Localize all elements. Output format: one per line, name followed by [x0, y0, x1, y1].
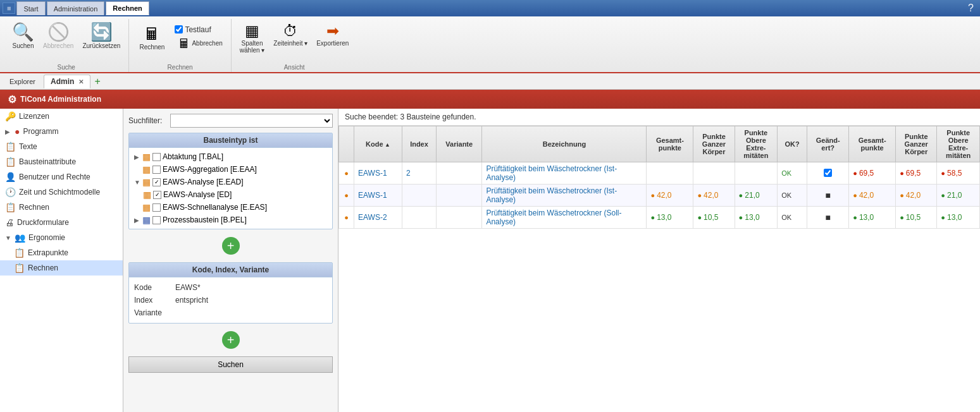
tree-item-prozessbaustein[interactable]: ▶ ▦ Prozessbaustein [B.PEL]	[132, 214, 330, 226]
table-row[interactable]: ● EAWS-1 Prüftätigkeit beim Wäschetrockn…	[339, 185, 980, 207]
index-label: Index	[134, 296, 169, 305]
ribbon-rechnen-buttons: 🖩 Rechnen Testlauf 🖩 Abbrechen	[134, 19, 225, 64]
row1-ganzer	[693, 162, 735, 185]
sidebar-item-rechnen-nav[interactable]: 📋 Rechnen	[0, 200, 123, 215]
suchfilter-select[interactable]	[170, 114, 333, 128]
help-icon[interactable]: ?	[964, 3, 977, 14]
sidebar-item-extrapunkte[interactable]: 📋 Extrapunkte	[0, 245, 123, 260]
schnellanalyse-checkbox[interactable]	[152, 203, 161, 212]
row2-ganzer2: ● 42,0	[896, 185, 937, 207]
sidebar-item-rechnen-erg[interactable]: 📋 Rechnen	[0, 260, 123, 276]
add-filter1-button[interactable]: +	[222, 237, 240, 255]
prozess-checkbox[interactable]	[152, 216, 161, 224]
tab-admin[interactable]: Admin ✕	[44, 75, 90, 88]
tab-admin-close[interactable]: ✕	[78, 78, 84, 85]
row3-kode[interactable]: EAWS-2	[354, 207, 402, 229]
table-row[interactable]: ● EAWS-1 2 Prüftätigkeit beim Wäschetroc…	[339, 162, 980, 185]
ribbon-rechnen-label: Rechnen	[168, 64, 193, 72]
tree-item-abtaktung[interactable]: ▶ ▦ Abtaktung [T.BAL]	[132, 150, 330, 163]
col-ok[interactable]: OK?	[778, 126, 807, 162]
sidebar-item-texte[interactable]: 📋 Texte	[0, 139, 123, 154]
row2-gesamt: ● 42,0	[647, 185, 693, 207]
bausteintyp-box: Bausteintyp ist ▶ ▦ Abtaktung [T.BAL] ▶ …	[128, 133, 333, 229]
sidebar-item-lizenzen[interactable]: 🔑 Lizenzen	[0, 109, 123, 124]
col-gesamt2[interactable]: Gesamt-punkte	[849, 126, 896, 162]
row2-kode[interactable]: EAWS-1	[354, 185, 402, 207]
add-filter2-button[interactable]: +	[222, 331, 240, 349]
bausteintyp-content: ▶ ▦ Abtaktung [T.BAL] ▶ ▦ EAWS-Aggregati…	[129, 148, 332, 229]
abbrechen-button[interactable]: 🚫 Abbrechen	[40, 21, 77, 51]
col-variante[interactable]: Variante	[437, 126, 482, 162]
zeiteinheit-button[interactable]: ⏱ Zeiteinheit ▾	[270, 21, 311, 49]
index-row: Index entspricht	[134, 294, 327, 306]
row1-gesamt2: ● 69,5	[849, 162, 896, 185]
zeit-icon: 🕐	[5, 187, 16, 197]
sidebar-item-benutzer[interactable]: 👤 Benutzer und Rechte	[0, 169, 123, 185]
row1-bezeichnung: Prüftätigkeit beim Wäschetrockner (Ist-A…	[482, 162, 647, 185]
row1-kode[interactable]: EAWS-1	[354, 162, 402, 185]
expand-analyse-icon: ▼	[134, 179, 140, 186]
col-obere2[interactable]: PunkteObereExtre-mitäten	[937, 126, 980, 162]
table-row[interactable]: ● EAWS-2 Prüftätigkeit beim Wäschetrockn…	[339, 207, 980, 229]
row3-obere2: ● 13,0	[937, 207, 980, 229]
analyse-checkbox[interactable]: ✓	[152, 178, 161, 186]
tree-item-eaws-analyse-ed[interactable]: ▦ ✓ EAWS-Analyse [ED]	[132, 188, 330, 201]
tab-start[interactable]: Start	[16, 1, 45, 15]
abbrechen2-button[interactable]: 🖩 Abbrechen	[175, 35, 225, 52]
row3-geaendert: ■	[807, 207, 849, 229]
analyse-ed-checkbox[interactable]: ✓	[153, 191, 161, 199]
aggregation-type-icon: ▦	[142, 164, 151, 174]
col-icon	[339, 126, 354, 162]
row2-ok: OK	[778, 185, 807, 207]
sidebar-item-ergonomie[interactable]: ▼ 👥 Ergonomie	[0, 230, 123, 245]
results-table-container[interactable]: Kode Index Variante Bezeichnung Gesamt-p…	[338, 126, 980, 412]
kiv-box: Kode, Index, Variante Kode EAWS* Index e…	[128, 262, 333, 324]
testlauf-checkbox[interactable]: Testlauf	[175, 25, 225, 34]
aggregation-checkbox[interactable]	[152, 166, 161, 174]
col-index[interactable]: Index	[402, 126, 436, 162]
menu-button[interactable]: ≡	[3, 3, 15, 14]
abtaktung-checkbox[interactable]	[152, 153, 161, 161]
ribbon-suche-label: Suche	[58, 64, 75, 72]
sidebar-item-druckformulare[interactable]: 🖨 Druckformulare	[0, 215, 123, 230]
tree-item-eaws-analyse[interactable]: ▼ ▦ ✓ EAWS-Analyse [E.EAD]	[132, 176, 330, 188]
search-button[interactable]: Suchen	[128, 356, 333, 373]
col-punkte-obere[interactable]: PunkteObereExtre-mitäten	[735, 126, 778, 162]
sidebar-item-programm[interactable]: ▶ ● Programm	[0, 124, 123, 139]
sidebar-item-bausteinattribute[interactable]: 📋 Bausteinattribute	[0, 154, 123, 169]
tab-explorer[interactable]: Explorer	[3, 75, 42, 88]
bausteinattribute-icon: 📋	[5, 157, 16, 167]
rechnen-button[interactable]: 🖩 Rechnen	[134, 24, 170, 52]
programm-icon: ●	[15, 126, 20, 136]
zuruecksetzen-button[interactable]: 🔄 Zurücksetzen	[79, 21, 123, 51]
spalten-wahlen-button[interactable]: ▦ Spaltenwählen ▾	[237, 21, 268, 56]
testlauf-check-input[interactable]	[175, 25, 183, 33]
col-bezeichnung[interactable]: Bezeichnung	[482, 126, 647, 162]
tree-item-eaws-schnellanalyse[interactable]: ▶ ▦ EAWS-Schnellanalyse [E.EAS]	[132, 201, 330, 214]
row1-geaendert-cb[interactable]	[824, 169, 832, 177]
texte-icon: 📋	[5, 142, 16, 152]
kode-value: EAWS*	[175, 283, 201, 292]
col-ganzer2[interactable]: PunkteGanzerKörper	[896, 126, 937, 162]
row1-ganzer2: ● 69,5	[896, 162, 937, 185]
col-geaendert[interactable]: Geänd-ert?	[807, 126, 849, 162]
sidebar-item-zeit[interactable]: 🕐 Zeit und Schichtmodelle	[0, 185, 123, 200]
tab-add-button[interactable]: +	[92, 76, 102, 87]
reset-icon: 🔄	[90, 23, 113, 41]
col-punkte-ganzer[interactable]: PunkteGanzerKörper	[693, 126, 735, 162]
results-table: Kode Index Variante Bezeichnung Gesamt-p…	[338, 126, 980, 229]
exportieren-button[interactable]: ➡ Exportieren	[313, 21, 352, 49]
row2-ganzer: ● 42,0	[693, 185, 735, 207]
ribbon-suche-buttons: 🔍 Suchen 🚫 Abbrechen 🔄 Zurücksetzen	[9, 19, 123, 64]
row3-ok: OK	[778, 207, 807, 229]
col-kode[interactable]: Kode	[354, 126, 402, 162]
tab-rechnen[interactable]: Rechnen	[106, 1, 149, 15]
row1-gesamt	[647, 162, 693, 185]
col-gesamt-punkte[interactable]: Gesamt-punkte	[647, 126, 693, 162]
ribbon-group-rechnen: 🖩 Rechnen Testlauf 🖩 Abbrechen Rechnen	[129, 19, 231, 72]
suchen-button[interactable]: 🔍 Suchen	[9, 21, 37, 51]
row3-variante	[437, 207, 482, 229]
row2-gesamt2: ● 42,0	[849, 185, 896, 207]
tab-administration[interactable]: Administration	[47, 1, 105, 15]
tree-item-eaws-aggregation[interactable]: ▶ ▦ EAWS-Aggregation [E.EAA]	[132, 163, 330, 176]
